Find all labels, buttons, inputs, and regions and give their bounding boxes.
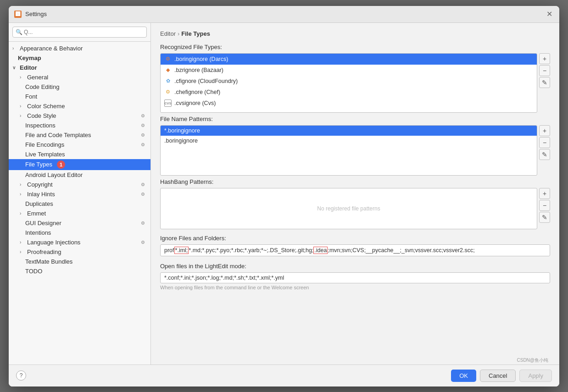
breadcrumb: Editor › File Types [160, 30, 550, 37]
ignore-normal2: ;mvn;svn;CVS;__pycache__;_svn;vssver.scc… [328, 247, 474, 254]
sidebar-item-label-duplicates: Duplicates [25, 200, 53, 207]
breadcrumb-sep: › [178, 30, 179, 37]
expand-arrow-emmet: › [20, 211, 25, 216]
icon-boringignore-darcs: ⚙ [164, 55, 172, 63]
ignore-input[interactable]: prof *.iml; *.md;*.pyc;*.pyo;*.rbc;*.yar… [160, 244, 550, 256]
settings-icon-file-code-templates: ⚙ [141, 133, 145, 138]
label-cfignore-cloudfoundry: .cfignore (CloudFoundry) [174, 78, 238, 84]
hashbang-list[interactable]: No registered file patterns [160, 188, 537, 229]
sidebar-item-code-editing[interactable]: Code Editing [9, 82, 150, 92]
sidebar-item-file-encodings[interactable]: File Encodings ⚙ [9, 140, 150, 149]
hashbang-edit-button[interactable]: ✎ [539, 212, 550, 223]
sidebar-item-file-code-templates[interactable]: File and Code Templates ⚙ [9, 130, 150, 140]
filename-section: *.boringignore .boringignore + − ✎ [160, 125, 550, 176]
lightedit-field-row: Open files in the LightEdit mode: When o… [160, 263, 550, 290]
help-button[interactable]: ? [16, 370, 26, 381]
lightedit-hint: When opening files from the command line… [160, 285, 550, 290]
settings-icon-file-encodings: ⚙ [141, 142, 145, 147]
list-item-cfignore-cloudfoundry[interactable]: ✿ .cfignore (CloudFoundry) [161, 76, 537, 87]
sidebar-item-gui-designer[interactable]: GUI Designer ⚙ [9, 218, 150, 228]
close-button[interactable]: ✕ [545, 10, 554, 19]
settings-icon-inlay-hints: ⚙ [141, 192, 145, 197]
label-boringignore-star: *.boringignore [164, 127, 200, 134]
sidebar-item-intentions[interactable]: Intentions [9, 228, 150, 237]
sidebar-item-label-file-types: File Types [25, 161, 52, 168]
sidebar-item-label-appearance: Appearance & Behavior [20, 45, 83, 52]
sidebar-item-proofreading[interactable]: › Proofreading [9, 247, 150, 257]
settings-icon-gui-designer: ⚙ [141, 221, 145, 226]
footer-buttons: OK Cancel Apply [451, 370, 552, 382]
list-item-bzrignore-bazaar[interactable]: ◆ .bzrignore (Bazaar) [161, 65, 537, 76]
sidebar-item-copyright[interactable]: › Copyright ⚙ [9, 180, 150, 189]
ignore-field-row: Ignore Files and Folders: prof *.iml; *.… [160, 235, 550, 256]
hashbang-section: No registered file patterns + − ✎ [160, 188, 550, 229]
filename-add-button[interactable]: + [539, 125, 550, 136]
sidebar-item-duplicates[interactable]: Duplicates [9, 199, 150, 209]
sidebar-item-emmet[interactable]: › Emmet [9, 209, 150, 218]
hashbang-add-button[interactable]: + [539, 188, 550, 199]
ok-button[interactable]: OK [451, 370, 476, 382]
sidebar: 🔍 › Appearance & Behavior Keymap ∨ Edito [9, 23, 151, 364]
list-item-boringignore-darcs[interactable]: ⚙ .boringignore (Darcs) [161, 54, 537, 65]
sidebar-item-android-layout-editor[interactable]: Android Layout Editor [9, 170, 150, 180]
sidebar-item-editor[interactable]: ∨ Editor [9, 63, 150, 72]
sidebar-item-general[interactable]: › General [9, 72, 150, 82]
title-bar-left: 🅰 Settings [14, 11, 47, 18]
recognized-label: Recognized File Types: [160, 44, 550, 50]
cancel-button[interactable]: Cancel [480, 370, 516, 382]
filename-edit-button[interactable]: ✎ [539, 149, 550, 160]
icon-chefignore-chef: ⚙ [164, 88, 172, 96]
filename-remove-button[interactable]: − [539, 137, 550, 148]
sidebar-item-keymap[interactable]: Keymap [9, 53, 150, 63]
sidebar-item-color-scheme[interactable]: › Color Scheme [9, 101, 150, 111]
sidebar-item-label-language-injections: Language Injections [27, 239, 80, 246]
label-bzrignore-bazaar: .bzrignore (Bazaar) [174, 67, 223, 73]
sidebar-item-label-file-encodings: File Encodings [25, 141, 64, 148]
label-boringignore-darcs: .boringignore (Darcs) [174, 56, 228, 62]
sidebar-item-live-templates[interactable]: Live Templates [9, 149, 150, 159]
sidebar-item-language-injections[interactable]: › Language Injections ⚙ [9, 237, 150, 247]
sidebar-item-appearance[interactable]: › Appearance & Behavior [9, 44, 150, 53]
sidebar-item-label-todo: TODO [25, 268, 42, 275]
breadcrumb-parent: Editor [160, 30, 176, 37]
hashbang-remove-button[interactable]: − [539, 200, 550, 211]
expand-arrow-language-injections: › [20, 240, 25, 245]
recognized-edit-button[interactable]: ✎ [539, 77, 550, 88]
main-content: Editor › File Types Recognized File Type… [151, 23, 559, 364]
sidebar-item-label-textmate-bundles: TextMate Bundles [25, 258, 72, 265]
icon-bzrignore-bazaar: ◆ [164, 66, 172, 74]
sidebar-item-label-editor: Editor [20, 64, 37, 71]
list-item-boringignore-star[interactable]: *.boringignore [161, 126, 537, 136]
sidebar-item-todo[interactable]: TODO [9, 266, 150, 276]
hashbang-buttons: + − ✎ [539, 188, 550, 229]
recognized-remove-button[interactable]: − [539, 65, 550, 76]
sidebar-item-label-copyright: Copyright [27, 181, 53, 188]
icon-cvsignore-cvs: cvs [164, 99, 172, 107]
sidebar-item-file-types[interactable]: File Types 1 [9, 159, 150, 170]
search-input[interactable] [12, 27, 147, 38]
sidebar-item-label-font: Font [25, 93, 37, 100]
expand-arrow-code-style: › [20, 113, 25, 118]
recognized-list[interactable]: ⚙ .boringignore (Darcs) ◆ .bzrignore (Ba… [160, 53, 537, 113]
sidebar-item-textmate-bundles[interactable]: TextMate Bundles [9, 257, 150, 266]
sidebar-item-label-inspections: Inspections [25, 122, 56, 129]
apply-button[interactable]: Apply [519, 370, 552, 382]
sidebar-item-inspections[interactable]: Inspections ⚙ [9, 121, 150, 130]
list-item-chefignore-chef[interactable]: ⚙ .chefignore (Chef) [161, 87, 537, 98]
lightedit-input[interactable] [160, 272, 550, 283]
ignore-prefix: prof [164, 247, 174, 254]
recognized-add-button[interactable]: + [539, 53, 550, 64]
list-item-boringignore[interactable]: .boringignore [161, 136, 537, 146]
expand-arrow-proofreading: › [20, 249, 25, 254]
sidebar-item-code-style[interactable]: › Code Style ⚙ [9, 111, 150, 121]
sidebar-item-inlay-hints[interactable]: › Inlay Hints ⚙ [9, 189, 150, 199]
sidebar-item-font[interactable]: Font [9, 92, 150, 101]
filename-list[interactable]: *.boringignore .boringignore [160, 125, 537, 176]
list-item-cvsignore-cvs[interactable]: cvs .cvsignore (Cvs) [161, 98, 537, 109]
sidebar-item-label-android-layout-editor: Android Layout Editor [25, 171, 83, 178]
expand-arrow-appearance: › [12, 46, 18, 51]
settings-icon-code-style: ⚙ [141, 113, 145, 118]
ignore-hl1: *.iml; [174, 247, 189, 254]
app-icon: 🅰 [14, 11, 22, 18]
sidebar-item-label-proofreading: Proofreading [27, 248, 61, 255]
